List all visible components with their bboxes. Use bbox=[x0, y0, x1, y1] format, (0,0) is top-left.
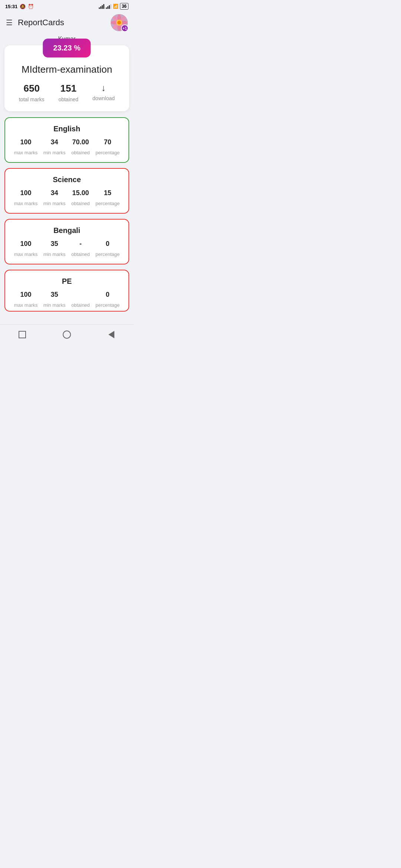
subject-name-pe: PE bbox=[11, 277, 123, 286]
svg-point-10 bbox=[117, 21, 121, 24]
nav-stop-button[interactable] bbox=[17, 329, 28, 340]
main-content: Kumar 23.23 % MIdterm-examination 650 to… bbox=[0, 36, 134, 324]
nav-back-button[interactable] bbox=[106, 329, 117, 340]
total-marks-label: total marks bbox=[19, 96, 44, 102]
subject-stats-english: 100 max marks 34 min marks 70.00 obtaine… bbox=[11, 138, 123, 155]
english-max-marks: 100 max marks bbox=[14, 138, 38, 155]
subject-stats-pe: 100 max marks 35 min marks obtained 0 pe… bbox=[11, 291, 123, 308]
bengali-percentage: 0 percentage bbox=[95, 240, 120, 257]
header-left: ☰ ReportCards bbox=[6, 18, 64, 27]
pe-max-marks: 100 max marks bbox=[14, 291, 38, 308]
subject-card-science: Science 100 max marks 34 min marks 15.00… bbox=[4, 168, 129, 214]
bengali-min-marks: 35 min marks bbox=[43, 240, 66, 257]
subject-name-english: English bbox=[11, 125, 123, 133]
download-label: download bbox=[92, 95, 115, 101]
download-icon: ↓ bbox=[101, 83, 106, 93]
home-icon bbox=[63, 331, 71, 339]
mute-icon: 🔕 bbox=[20, 4, 26, 9]
avatar-badge: +1 bbox=[121, 24, 128, 32]
status-left: 15:31 🔕 ⏰ bbox=[5, 4, 34, 9]
status-right: 📶 36 bbox=[99, 3, 128, 10]
back-icon bbox=[108, 331, 114, 338]
battery-display: 36 bbox=[120, 3, 128, 10]
exam-title: MIdterm-examination bbox=[12, 64, 122, 75]
bengali-max-marks: 100 max marks bbox=[14, 240, 38, 257]
nav-home-button[interactable] bbox=[61, 329, 72, 340]
english-obtained: 70.00 obtained bbox=[71, 138, 90, 155]
total-marks-value: 650 bbox=[24, 83, 40, 94]
subject-name-bengali: Bengali bbox=[11, 226, 123, 235]
app-header: ☰ ReportCards +1 bbox=[0, 11, 134, 36]
stop-icon bbox=[19, 331, 26, 338]
science-max-marks: 100 max marks bbox=[14, 189, 38, 206]
obtained-label: obtained bbox=[58, 96, 78, 102]
science-percentage: 15 percentage bbox=[95, 189, 120, 206]
bengali-obtained: - obtained bbox=[71, 240, 90, 257]
summary-stats: 650 total marks 151 obtained ↓ download bbox=[12, 83, 122, 102]
science-obtained: 15.00 obtained bbox=[71, 189, 90, 206]
time-display: 15:31 bbox=[5, 4, 17, 9]
alarm-icon: ⏰ bbox=[28, 4, 34, 9]
status-bar: 15:31 🔕 ⏰ 📶 36 bbox=[0, 0, 134, 11]
subject-card-bengali: Bengali 100 max marks 35 min marks - obt… bbox=[4, 219, 129, 264]
summary-card: 23.23 % MIdterm-examination 650 total ma… bbox=[4, 45, 129, 111]
percentage-badge: 23.23 % bbox=[43, 39, 91, 57]
signal-bars-2 bbox=[106, 4, 111, 9]
download-stat[interactable]: ↓ download bbox=[92, 83, 115, 101]
subject-name-science: Science bbox=[11, 175, 123, 184]
app-title: ReportCards bbox=[18, 18, 64, 27]
science-min-marks: 34 min marks bbox=[43, 189, 66, 206]
total-marks-stat: 650 total marks bbox=[19, 83, 44, 102]
avatar-container[interactable]: +1 bbox=[111, 14, 128, 31]
subject-card-english: English 100 max marks 34 min marks 70.00… bbox=[4, 117, 129, 163]
signal-bars-1 bbox=[99, 4, 104, 9]
subject-stats-bengali: 100 max marks 35 min marks - obtained 0 … bbox=[11, 240, 123, 257]
pe-percentage: 0 percentage bbox=[95, 291, 120, 308]
obtained-stat: 151 obtained bbox=[58, 83, 78, 102]
pe-min-marks: 35 min marks bbox=[43, 291, 66, 308]
english-percentage: 70 percentage bbox=[95, 138, 120, 155]
subject-card-pe: PE 100 max marks 35 min marks obtained 0… bbox=[4, 270, 129, 312]
wifi-icon: 📶 bbox=[113, 4, 118, 9]
pe-obtained: obtained bbox=[71, 291, 90, 308]
menu-icon[interactable]: ☰ bbox=[6, 18, 13, 27]
english-min-marks: 34 min marks bbox=[43, 138, 66, 155]
obtained-value: 151 bbox=[61, 83, 76, 94]
subject-stats-science: 100 max marks 34 min marks 15.00 obtaine… bbox=[11, 189, 123, 206]
bottom-nav bbox=[0, 324, 134, 346]
